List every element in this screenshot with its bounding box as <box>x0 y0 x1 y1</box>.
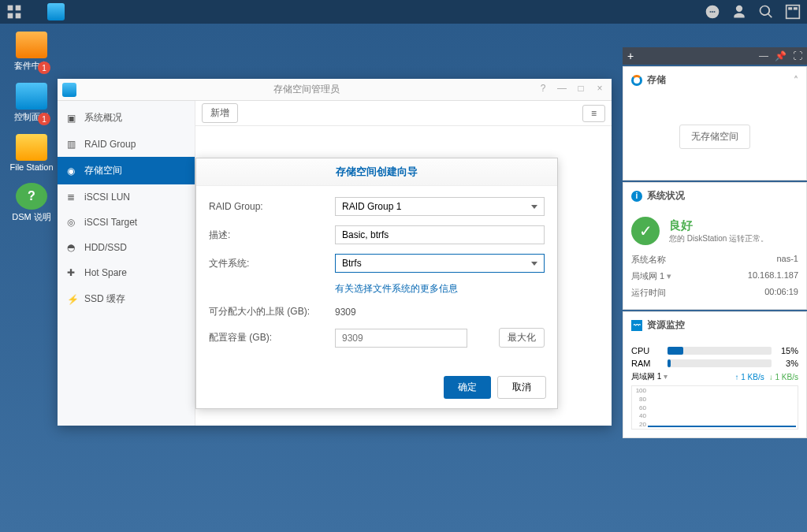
search-icon[interactable] <box>758 4 774 20</box>
network-chart: 10080604020 <box>631 385 798 430</box>
sidebar-item-iscsi-target[interactable]: ◎iSCSI Target <box>58 210 195 235</box>
widgets-icon[interactable] <box>785 4 801 20</box>
storage-manager-task-icon[interactable] <box>47 3 65 20</box>
icon-label: DSM 说明 <box>12 211 51 223</box>
close-icon[interactable]: × <box>593 83 607 97</box>
desc-label: 描述: <box>209 229 335 242</box>
hotspare-icon: ✚ <box>67 267 78 278</box>
window-titlebar[interactable]: 存储空间管理员 ? — □ × <box>58 79 612 101</box>
help-icon[interactable]: ? <box>536 83 550 97</box>
ssd-icon: ⚡ <box>67 294 78 305</box>
chevron-down-icon <box>531 205 537 209</box>
raid-group-label: RAID Group: <box>209 201 335 212</box>
package-center-icon[interactable]: 1 套件中心 <box>8 32 55 72</box>
status-good: 良好 <box>669 218 768 233</box>
add-widget-button[interactable]: + <box>627 50 634 62</box>
chat-icon[interactable] <box>705 4 720 20</box>
sidebar-item-iscsi-lun[interactable]: ≣iSCSI LUN <box>58 184 195 210</box>
expand-panel-icon[interactable]: ⛶ <box>793 50 802 61</box>
widget-panel-header: + — 📌 ⛶ <box>623 47 807 65</box>
minimize-icon[interactable]: — <box>555 83 569 97</box>
taskbar <box>0 0 807 24</box>
sidebar-item-hdd[interactable]: ◓HDD/SSD <box>58 235 195 260</box>
user-icon[interactable] <box>731 4 747 20</box>
chevron-down-icon <box>531 262 537 266</box>
storage-manager-window: 存储空间管理员 ? — □ × ▣系统概况 ▥RAID Group ◉存储空间 … <box>58 79 612 426</box>
sidebar-item-overview[interactable]: ▣系统概况 <box>58 104 195 132</box>
new-button[interactable]: 新增 <box>202 103 238 123</box>
file-station-icon[interactable]: File Station <box>8 134 55 172</box>
system-status-widget: i系统状况 ✓ 良好 您的 DiskStation 运转正常。 系统名称nas-… <box>623 182 807 310</box>
fs-info-link[interactable]: 有关选择文件系统的更多信息 <box>335 282 458 296</box>
info-icon: i <box>631 191 642 202</box>
minimize-panel-icon[interactable]: — <box>759 50 768 61</box>
alloc-label: 可分配大小的上限 (GB): <box>209 305 335 318</box>
svg-rect-6 <box>794 7 798 9</box>
svg-rect-1 <box>16 6 21 11</box>
fs-label: 文件系统: <box>209 257 335 270</box>
raid-icon: ▥ <box>67 139 78 150</box>
check-icon: ✓ <box>631 217 660 245</box>
volume-create-wizard: 存储空间创建向导 RAID Group: RAID Group 1 描述: Ba… <box>195 158 558 409</box>
monitor-icon: 〰 <box>631 320 642 331</box>
cpu-bar <box>668 347 772 355</box>
apps-icon[interactable] <box>6 4 22 20</box>
svg-rect-0 <box>8 6 13 11</box>
sidebar-item-volume[interactable]: ◉存储空间 <box>58 157 195 184</box>
size-input[interactable] <box>335 329 467 348</box>
badge: 1 <box>38 113 50 125</box>
max-button[interactable]: 最大化 <box>499 328 545 348</box>
raid-group-select[interactable]: RAID Group 1 <box>335 197 545 216</box>
pin-panel-icon[interactable]: 📌 <box>775 50 787 61</box>
alloc-value: 9309 <box>335 307 356 318</box>
icon-label: File Station <box>9 162 53 172</box>
window-title: 存储空间管理员 <box>76 83 536 96</box>
control-panel-icon[interactable]: 1 控制面板 <box>8 83 55 123</box>
wizard-title: 存储空间创建向导 <box>196 158 557 186</box>
ram-bar <box>668 359 772 367</box>
maximize-icon[interactable]: □ <box>574 83 588 97</box>
cancel-button[interactable]: 取消 <box>497 376 546 399</box>
resource-monitor-widget: 〰资源监控 CPU 15% RAM 3% 局域网 1 ▾ ↑ 1 KB/s ↓ … <box>623 311 807 438</box>
ok-button[interactable]: 确定 <box>444 376 491 399</box>
storage-icon <box>631 75 642 86</box>
badge: 1 <box>38 61 50 74</box>
list-toggle-button[interactable]: ≡ <box>582 105 605 122</box>
desc-input[interactable]: Basic, btrfs <box>335 225 545 244</box>
dsm-help-icon[interactable]: ? DSM 说明 <box>8 183 55 223</box>
no-storage-label: 无存储空间 <box>679 125 750 149</box>
content-area: 新增 ≡ 存储空间创建向导 RAID Group: RAID Group 1 描… <box>195 101 612 426</box>
chevron-up-icon[interactable]: ˄ <box>794 75 798 86</box>
monitor-icon: ▣ <box>67 113 78 124</box>
status-desc: 您的 DiskStation 运转正常。 <box>669 233 768 244</box>
storage-widget: 存储˄ 无存储空间 <box>623 66 807 180</box>
sidebar-item-hotspare[interactable]: ✚Hot Spare <box>58 260 195 285</box>
desktop-icons: 1 套件中心 1 控制面板 File Station ? DSM 说明 <box>8 32 55 223</box>
size-label: 配置容量 (GB): <box>209 331 335 344</box>
target-icon: ◎ <box>67 217 78 228</box>
hdd-icon: ◓ <box>67 242 78 253</box>
sidebar: ▣系统概况 ▥RAID Group ◉存储空间 ≣iSCSI LUN ◎iSCS… <box>58 101 195 426</box>
svg-rect-3 <box>16 13 21 19</box>
window-app-icon <box>62 83 76 97</box>
volume-icon: ◉ <box>67 166 78 177</box>
fs-select[interactable]: Btrfs <box>335 254 545 273</box>
sidebar-item-raid[interactable]: ▥RAID Group <box>58 132 195 157</box>
widget-panel: + — 📌 ⛶ 存储˄ 无存储空间 i系统状况 ✓ 良好 您的 DiskStat… <box>623 47 807 438</box>
svg-rect-2 <box>8 13 13 19</box>
sidebar-item-ssdcache[interactable]: ⚡SSD 缓存 <box>58 285 195 313</box>
lun-icon: ≣ <box>67 192 78 203</box>
toolbar: 新增 ≡ <box>195 101 612 126</box>
svg-rect-5 <box>788 7 792 9</box>
